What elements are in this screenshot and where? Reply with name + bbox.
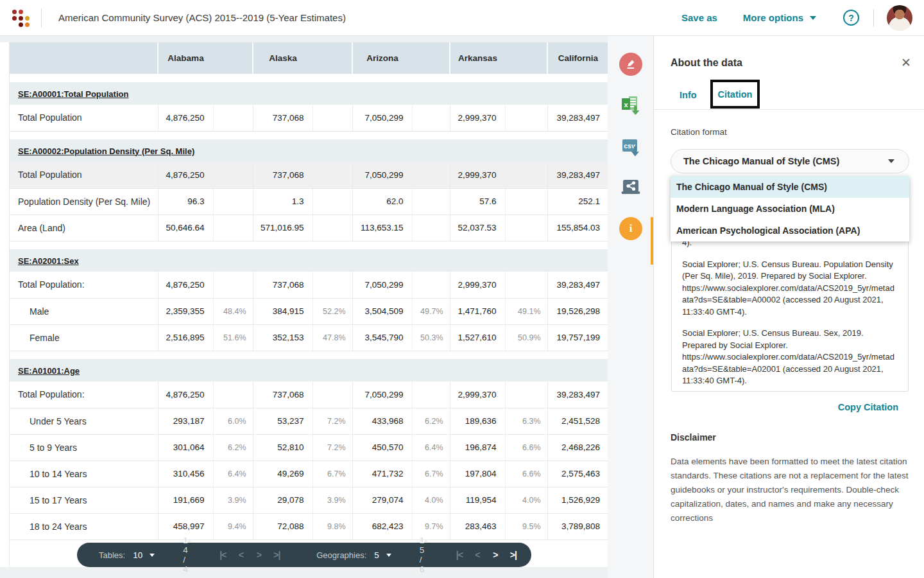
social-explorer-logo-icon[interactable] [10,7,32,29]
cell-percent[interactable]: 6.0% [213,408,253,434]
cell-percent[interactable]: 6.4% [213,460,253,487]
cell-percent[interactable]: 9.5% [505,513,547,539]
row-label[interactable]: 5 to 9 Years [10,434,158,460]
cell-percent[interactable] [213,105,253,131]
close-icon[interactable]: ✕ [901,55,911,70]
cell-value[interactable]: 113,653.15 [352,215,412,241]
cell-value[interactable]: 1,526,929 [547,487,608,513]
cell-value[interactable]: 72,088 [253,513,312,539]
row-label[interactable]: Total Population: [10,272,158,298]
geographies-page-size-dropdown[interactable]: 5 [374,550,391,560]
cell-value[interactable]: 4,876,250 [158,162,213,188]
cell-value[interactable]: 50,646.64 [158,215,213,241]
cell-percent[interactable]: 6.6% [505,460,547,487]
more-options-button[interactable]: More options [743,12,816,23]
cell-value[interactable]: 39,283,497 [547,381,608,408]
share-icon[interactable] [619,176,642,199]
cell-value[interactable]: 293,187 [158,408,213,434]
row-label[interactable]: Total Population [10,162,158,188]
cell-percent[interactable] [505,215,547,241]
row-label[interactable]: Male [10,298,158,324]
cell-value[interactable]: 39,283,497 [547,162,608,188]
cell-value[interactable]: 39,283,497 [547,105,608,131]
cell-percent[interactable] [412,272,450,298]
cell-percent[interactable]: 3.9% [312,487,352,513]
cell-value[interactable]: 3,545,790 [352,324,412,351]
section-title-link[interactable]: SE:A00002:Population Density (Per Sq. Mi… [18,146,194,156]
geographies-next-page-icon[interactable]: > [486,550,504,560]
cell-value[interactable]: 52,810 [253,434,312,460]
cell-percent[interactable] [312,105,352,131]
cell-value[interactable]: 3,504,509 [352,298,412,324]
column-header-alaska[interactable]: Alaska [253,42,312,74]
cell-percent[interactable]: 9.7% [412,513,450,539]
cell-percent[interactable]: 6.3% [505,408,547,434]
cell-value[interactable]: 57.6 [450,188,505,215]
cell-percent[interactable] [312,162,352,188]
cell-percent[interactable]: 50.9% [505,324,547,351]
geographies-last-page-icon[interactable]: >| [504,550,522,560]
cell-value[interactable]: 119,954 [450,487,505,513]
cell-value[interactable]: 7,050,299 [352,272,412,298]
row-label[interactable]: Area (Land) [10,215,158,241]
cell-value[interactable]: 197,804 [450,460,505,487]
cell-value[interactable]: 4,876,250 [158,105,213,131]
cell-value[interactable]: 3,789,808 [547,513,608,539]
cell-value[interactable]: 29,078 [253,487,312,513]
cell-percent[interactable]: 3.9% [213,487,253,513]
cell-percent[interactable]: 52.2% [312,298,352,324]
cell-percent[interactable] [312,381,352,408]
csv-download-icon[interactable]: csv [619,136,642,159]
tables-prev-page-icon[interactable]: < [232,550,250,560]
cell-percent[interactable]: 7.2% [312,434,352,460]
cell-percent[interactable]: 4.0% [505,487,547,513]
cell-percent[interactable]: 50.3% [412,324,450,351]
cell-value[interactable]: 1,471,760 [450,298,505,324]
cell-percent[interactable]: 47.8% [312,324,352,351]
cell-value[interactable]: 2,451,528 [547,408,608,434]
cell-percent[interactable]: 6.4% [412,434,450,460]
cell-value[interactable]: 196,874 [450,434,505,460]
cell-percent[interactable]: 6.7% [412,460,450,487]
cell-value[interactable]: 252.1 [547,188,608,215]
cell-percent[interactable] [505,188,547,215]
cell-value[interactable]: 2,359,355 [158,298,213,324]
cell-value[interactable]: 7,050,299 [352,105,412,131]
citation-format-select[interactable]: The Chicago Manual of Style (CMS) [671,149,909,173]
cell-value[interactable]: 62.0 [352,188,412,215]
cell-value[interactable]: 191,669 [158,487,213,513]
cell-value[interactable]: 384,915 [253,298,312,324]
cell-percent[interactable] [213,215,253,241]
column-header-arizona[interactable]: Arizona [352,42,412,74]
row-label[interactable]: 18 to 24 Years [10,513,158,539]
cell-value[interactable]: 283,463 [450,513,505,539]
row-label[interactable]: Total Population [10,105,158,131]
tables-first-page-icon[interactable]: |< [214,550,232,560]
cell-value[interactable]: 2,999,370 [450,105,505,131]
row-label[interactable]: Population Density (Per Sq. Mile) [10,188,158,215]
cell-percent[interactable] [213,272,253,298]
cell-value[interactable]: 49,269 [253,460,312,487]
cell-percent[interactable]: 6.7% [312,460,352,487]
cell-value[interactable]: 737,068 [253,381,312,408]
cell-value[interactable]: 2,999,370 [450,381,505,408]
cell-value[interactable]: 2,999,370 [450,272,505,298]
cell-value[interactable]: 4,876,250 [158,381,213,408]
cell-value[interactable]: 571,016.95 [253,215,312,241]
cell-value[interactable]: 7,050,299 [352,381,412,408]
format-option[interactable]: American Psychological Association (APA) [671,220,909,241]
cell-value[interactable]: 2,468,226 [547,434,608,460]
column-header-alabama[interactable]: Alabama [158,42,213,74]
cell-percent[interactable] [412,162,450,188]
format-option[interactable]: Modern Language Association (MLA) [671,198,909,220]
cell-percent[interactable] [213,381,253,408]
cell-value[interactable]: 737,068 [253,272,312,298]
column-header-california[interactable]: California [547,42,608,74]
cell-value[interactable]: 2,999,370 [450,162,505,188]
cell-value[interactable]: 450,570 [352,434,412,460]
cell-value[interactable]: 310,456 [158,460,213,487]
cell-value[interactable]: 19,526,298 [547,298,608,324]
geographies-prev-page-icon[interactable]: < [468,550,486,560]
cell-value[interactable]: 2,516,895 [158,324,213,351]
cell-value[interactable]: 1.3 [253,188,312,215]
